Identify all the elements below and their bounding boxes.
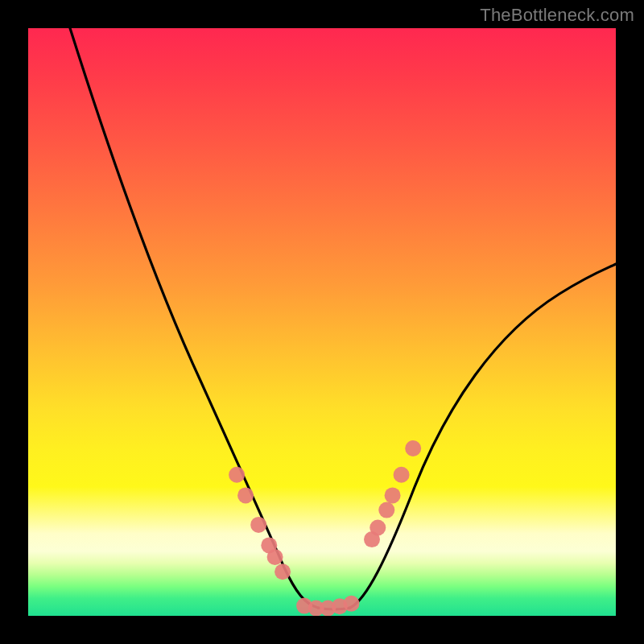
marker-dot	[275, 564, 291, 580]
marker-dot	[385, 487, 401, 503]
marker-dot	[405, 440, 421, 456]
curve-left	[70, 28, 318, 608]
curve-right	[350, 264, 616, 608]
marker-dot	[369, 520, 386, 536]
marker-dot	[267, 549, 283, 565]
marker-dot	[378, 502, 394, 518]
marker-dot	[229, 467, 245, 483]
watermark-text: TheBottleneck.com	[480, 5, 634, 26]
marker-dot	[394, 467, 410, 483]
plot-area	[28, 28, 616, 616]
chart-frame: TheBottleneck.com	[0, 0, 644, 644]
marker-dot	[250, 517, 266, 533]
marker-dot	[344, 596, 360, 612]
marker-group	[229, 440, 421, 616]
curve-layer	[28, 28, 616, 616]
marker-dot	[237, 487, 254, 503]
